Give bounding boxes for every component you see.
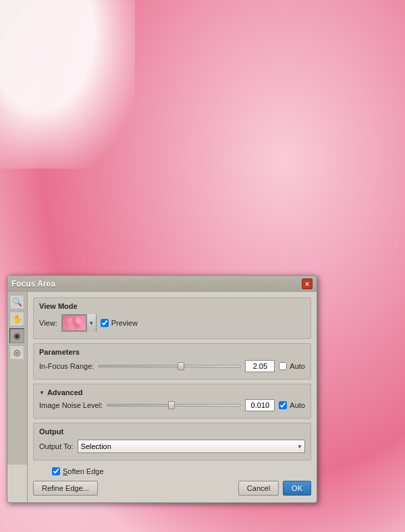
output-to-row: Output To: Selection Layer Mask New Laye… [39,440,305,453]
image-noise-thumb[interactable] [168,401,175,409]
focus-brush-tool-button[interactable]: ◉ [9,328,24,343]
preview-label: Preview [111,319,138,327]
svg-point-4 [74,324,80,329]
in-focus-range-input[interactable] [245,360,275,372]
image-noise-auto-label[interactable]: Auto [279,401,305,409]
dialog-title-bar: Focus Area × [7,276,317,292]
svg-point-2 [76,318,81,324]
view-dropdown[interactable]: ▼ [61,314,97,332]
erase-brush-tool-button[interactable]: ◎ [9,345,24,360]
close-button[interactable]: × [302,278,313,289]
view-dropdown-arrow[interactable]: ▼ [86,314,96,332]
in-focus-range-row: In-Focus Range: Auto [39,360,305,372]
advanced-triangle-icon[interactable]: ▼ [39,390,45,396]
image-noise-input[interactable] [245,399,275,411]
svg-point-3 [69,324,74,329]
image-noise-row: Image Noise Level: Auto [39,399,305,411]
svg-point-1 [68,318,73,324]
soften-edge-label[interactable]: Soften Edge [52,467,104,475]
parameters-section: Parameters In-Focus Range: Auto [33,343,311,380]
output-title: Output [39,427,305,436]
view-thumbnail [62,315,86,331]
advanced-section: ▼ Advanced Image Noise Level: Auto [33,384,311,419]
refine-edge-button[interactable]: Refine Edge... [33,481,98,496]
cancel-button[interactable]: Cancel [238,481,279,496]
view-mode-title: View Mode [39,302,305,310]
preview-checkbox[interactable] [101,319,109,327]
output-to-select[interactable]: Selection Layer Mask New Layer New Layer… [78,440,305,453]
advanced-header: ▼ Advanced [39,388,305,396]
advanced-title: Advanced [47,388,83,396]
view-mode-section: View Mode View: [33,297,311,339]
soften-edge-checkbox[interactable] [52,467,60,475]
background-white-area [0,0,135,169]
preview-checkbox-label[interactable]: Preview [101,319,138,327]
focus-area-dialog: Focus Area × 🔍 ✋ ◉ ◎ View Mode View: [7,275,317,503]
view-label: View: [39,319,57,327]
output-section: Output Output To: Selection Layer Mask N… [33,423,311,461]
image-noise-auto-text: Auto [290,401,305,409]
in-focus-range-thumb[interactable] [178,362,184,370]
in-focus-range-label: In-Focus Range: [39,362,94,370]
in-focus-auto-text: Auto [290,362,305,370]
parameters-title: Parameters [39,348,305,356]
image-noise-label: Image Noise Level: [39,401,103,409]
view-mode-row: View: ▼ [39,314,305,332]
dialog-title: Focus Area [11,279,55,289]
image-noise-auto-checkbox[interactable] [279,401,287,409]
in-focus-auto-checkbox[interactable] [279,362,287,370]
output-to-select-wrapper: Selection Layer Mask New Layer New Layer… [78,440,305,453]
soften-edge-text: Soften Edge [63,467,104,475]
in-focus-auto-label[interactable]: Auto [279,362,305,370]
output-to-label: Output To: [39,442,74,450]
in-focus-range-slider[interactable] [98,365,241,367]
hand-tool-button[interactable]: ✋ [9,312,24,326]
ok-button[interactable]: OK [283,481,311,496]
image-noise-slider[interactable] [107,404,241,407]
zoom-tool-button[interactable]: 🔍 [9,295,24,309]
footer-left: Soften Edge [52,467,104,475]
